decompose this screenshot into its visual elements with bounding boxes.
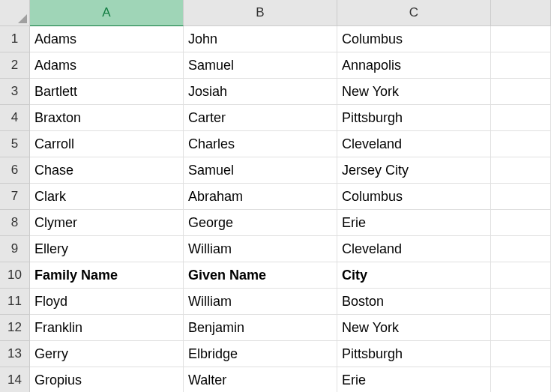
- cell-c10[interactable]: City: [337, 262, 491, 289]
- cell-b10[interactable]: Given Name: [184, 262, 337, 289]
- select-all-corner[interactable]: [0, 0, 30, 26]
- cell-a10[interactable]: Family Name: [30, 262, 184, 289]
- cell-b14[interactable]: Walter: [184, 367, 337, 392]
- cell-blank-5[interactable]: [491, 131, 551, 157]
- cell-a13[interactable]: Gerry: [30, 341, 184, 367]
- col-header-c[interactable]: C: [337, 0, 491, 26]
- cell-blank-11[interactable]: [491, 289, 551, 315]
- cell-b4[interactable]: Carter: [184, 105, 337, 131]
- row-header-7[interactable]: 7: [0, 184, 30, 210]
- row-header-5[interactable]: 5: [0, 131, 30, 157]
- cell-c13[interactable]: Pittsburgh: [337, 341, 491, 367]
- cell-c2[interactable]: Annapolis: [337, 52, 491, 79]
- cell-a6[interactable]: Chase: [30, 157, 184, 184]
- cell-b8[interactable]: George: [184, 210, 337, 236]
- cell-blank-6[interactable]: [491, 157, 551, 184]
- row-header-12[interactable]: 12: [0, 315, 30, 341]
- row-header-2[interactable]: 2: [0, 52, 30, 79]
- cell-b9[interactable]: William: [184, 236, 337, 262]
- row-header-9[interactable]: 9: [0, 236, 30, 262]
- row-header-14[interactable]: 14: [0, 367, 30, 392]
- cell-b11[interactable]: William: [184, 289, 337, 315]
- cell-a11[interactable]: Floyd: [30, 289, 184, 315]
- cell-c7[interactable]: Columbus: [337, 184, 491, 210]
- cell-blank-4[interactable]: [491, 105, 551, 131]
- cell-c11[interactable]: Boston: [337, 289, 491, 315]
- cell-blank-3[interactable]: [491, 79, 551, 105]
- cell-a2[interactable]: Adams: [30, 52, 184, 79]
- cell-c6[interactable]: Jersey City: [337, 157, 491, 184]
- row-header-1[interactable]: 1: [0, 26, 30, 52]
- cell-c4[interactable]: Pittsburgh: [337, 105, 491, 131]
- cell-c1[interactable]: Columbus: [337, 26, 491, 52]
- cell-c9[interactable]: Cleveland: [337, 236, 491, 262]
- row-header-8[interactable]: 8: [0, 210, 30, 236]
- cell-a8[interactable]: Clymer: [30, 210, 184, 236]
- cell-a4[interactable]: Braxton: [30, 105, 184, 131]
- cell-blank-13[interactable]: [491, 341, 551, 367]
- cell-a5[interactable]: Carroll: [30, 131, 184, 157]
- cell-blank-2[interactable]: [491, 52, 551, 79]
- cell-b1[interactable]: John: [184, 26, 337, 52]
- cell-a7[interactable]: Clark: [30, 184, 184, 210]
- cell-c12[interactable]: New York: [337, 315, 491, 341]
- cell-a12[interactable]: Franklin: [30, 315, 184, 341]
- cell-blank-14[interactable]: [491, 367, 551, 392]
- cell-a14[interactable]: Gropius: [30, 367, 184, 392]
- cell-b5[interactable]: Charles: [184, 131, 337, 157]
- row-header-10[interactable]: 10: [0, 262, 30, 289]
- cell-b12[interactable]: Benjamin: [184, 315, 337, 341]
- col-header-blank[interactable]: [491, 0, 551, 26]
- row-header-11[interactable]: 11: [0, 289, 30, 315]
- cell-c8[interactable]: Erie: [337, 210, 491, 236]
- cell-b3[interactable]: Josiah: [184, 79, 337, 105]
- row-header-13[interactable]: 13: [0, 341, 30, 367]
- cell-c14[interactable]: Erie: [337, 367, 491, 392]
- cell-c3[interactable]: New York: [337, 79, 491, 105]
- cell-blank-1[interactable]: [491, 26, 551, 52]
- cell-blank-9[interactable]: [491, 236, 551, 262]
- cell-b13[interactable]: Elbridge: [184, 341, 337, 367]
- row-header-3[interactable]: 3: [0, 79, 30, 105]
- col-header-b[interactable]: B: [184, 0, 337, 26]
- cell-a3[interactable]: Bartlett: [30, 79, 184, 105]
- cell-c5[interactable]: Cleveland: [337, 131, 491, 157]
- cell-blank-8[interactable]: [491, 210, 551, 236]
- cell-a9[interactable]: Ellery: [30, 236, 184, 262]
- cell-blank-12[interactable]: [491, 315, 551, 341]
- row-header-6[interactable]: 6: [0, 157, 30, 184]
- cell-a1[interactable]: Adams: [30, 26, 184, 52]
- cell-b7[interactable]: Abraham: [184, 184, 337, 210]
- col-header-a[interactable]: A: [30, 0, 184, 26]
- cell-blank-10[interactable]: [491, 262, 551, 289]
- row-header-4[interactable]: 4: [0, 105, 30, 131]
- cell-b6[interactable]: Samuel: [184, 157, 337, 184]
- spreadsheet-grid: ABC1AdamsJohnColumbus2AdamsSamuelAnnapol…: [0, 0, 551, 392]
- cell-blank-7[interactable]: [491, 184, 551, 210]
- cell-b2[interactable]: Samuel: [184, 52, 337, 79]
